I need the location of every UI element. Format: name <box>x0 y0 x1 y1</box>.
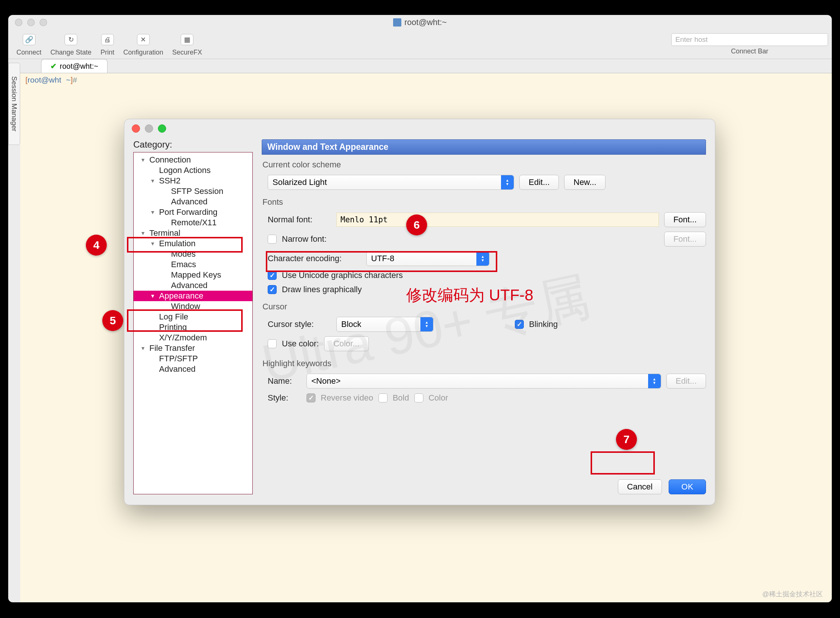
annotation-text: 修改编码为 UTF-8 <box>406 285 533 306</box>
securefx-button[interactable]: ▦ SecureFX <box>167 32 206 56</box>
ok-button[interactable]: OK <box>669 479 706 494</box>
new-scheme-button[interactable]: New... <box>564 175 606 190</box>
annotation-4: 4 <box>86 235 107 256</box>
tree-emacs[interactable]: Emacs <box>134 259 252 270</box>
normal-font-label: Normal font: <box>268 215 331 224</box>
cancel-button[interactable]: Cancel <box>618 479 662 494</box>
red-box-terminal <box>127 237 243 253</box>
blinking-label: Blinking <box>529 319 558 329</box>
zoom-icon[interactable] <box>158 125 166 133</box>
reverse-video-checkbox <box>307 394 316 403</box>
window-title-text: root@wht:~ <box>404 18 446 27</box>
unicode-graphics-checkbox[interactable] <box>268 271 277 280</box>
tree-logon-actions[interactable]: Logon Actions <box>134 165 252 175</box>
hl-name-label: Name: <box>268 376 301 386</box>
highlight-edit-button[interactable]: Edit... <box>667 374 706 389</box>
tree-xyzmodem[interactable]: X/Y/Zmodem <box>134 333 252 343</box>
footer-buttons: Cancel OK <box>618 479 706 494</box>
refresh-icon: ↻ <box>65 34 77 45</box>
chevron-icon <box>501 175 514 189</box>
tree-remote-x11[interactable]: Remote/X11 <box>134 217 252 228</box>
use-color-checkbox[interactable] <box>268 339 277 348</box>
tree-connection[interactable]: ▼Connection <box>134 154 252 165</box>
annotation-5: 5 <box>102 310 123 331</box>
cursor-style-select[interactable]: Block <box>336 317 433 332</box>
tree-appearance[interactable]: ▼Appearance <box>134 291 252 301</box>
tree-file-transfer[interactable]: ▼File Transfer <box>134 343 252 354</box>
section-color-scheme: Current color scheme <box>262 160 706 169</box>
tree-port-forwarding[interactable]: ▼Port Forwarding <box>134 207 252 217</box>
change-state-button[interactable]: ↻ Change State <box>46 32 96 56</box>
use-color-label: Use color: <box>282 339 319 349</box>
narrow-font-button: Font... <box>664 232 706 247</box>
settings-titlebar <box>124 119 715 138</box>
credit-text: @稀土掘金技术社区 <box>762 590 823 599</box>
chevron-icon <box>420 317 433 331</box>
minimize-icon[interactable] <box>145 125 153 133</box>
color-checkbox <box>415 394 423 403</box>
cursor-color-button: Color... <box>324 336 369 351</box>
print-button[interactable]: 🖨 Print <box>96 32 119 56</box>
tree-advanced-3[interactable]: Advanced <box>134 364 252 374</box>
edit-scheme-button[interactable]: Edit... <box>519 175 559 190</box>
pane-title: Window and Text Appearance <box>262 140 706 154</box>
settings-right-pane: Window and Text Appearance Current color… <box>253 140 706 494</box>
annotation-6: 6 <box>406 214 427 235</box>
highlight-name-select[interactable]: <None> <box>307 374 661 389</box>
draw-lines-label: Draw lines graphically <box>282 285 362 294</box>
cursor-style-label: Cursor style: <box>268 319 331 329</box>
tree-advanced-2[interactable]: Advanced <box>134 280 252 291</box>
tree-sftp-session[interactable]: SFTP Session <box>134 186 252 196</box>
link-icon: 🔗 <box>23 34 36 45</box>
red-box-ok <box>591 452 655 474</box>
securefx-icon: ▦ <box>181 34 193 45</box>
session-manager-tab[interactable]: Session Manager <box>8 63 20 145</box>
bold-checkbox <box>379 394 388 403</box>
color-scheme-select[interactable]: Solarized Light <box>268 175 514 190</box>
tree-mapped-keys[interactable]: Mapped Keys <box>134 270 252 280</box>
section-highlight: Highlight keywords <box>262 359 706 368</box>
annotation-7: 7 <box>616 429 637 450</box>
connect-button[interactable]: 🔗 Connect <box>12 32 46 56</box>
tab-row: ✔ root@wht:~ <box>20 59 832 73</box>
printer-icon: 🖨 <box>101 34 114 45</box>
close-icon[interactable] <box>132 125 140 133</box>
session-tab[interactable]: ✔ root@wht:~ <box>41 59 108 73</box>
chevron-icon <box>648 374 661 388</box>
configuration-button[interactable]: ✕ Configuration <box>119 32 167 56</box>
tools-icon: ✕ <box>137 34 150 45</box>
hl-style-label: Style: <box>268 393 301 403</box>
tree-ftp-sftp[interactable]: FTP/SFTP <box>134 354 252 364</box>
red-box-encoding <box>266 251 497 272</box>
category-label: Category: <box>133 140 253 150</box>
app-icon <box>393 18 401 27</box>
section-fonts: Fonts <box>262 197 706 207</box>
settings-traffic-lights[interactable] <box>132 125 166 133</box>
narrow-font-checkbox[interactable] <box>268 235 277 244</box>
red-box-appearance <box>127 309 243 332</box>
host-input[interactable]: Enter host <box>671 33 828 46</box>
check-icon: ✔ <box>50 62 57 71</box>
draw-lines-checkbox[interactable] <box>268 285 277 294</box>
connect-bar: Enter host Connect Bar <box>671 33 828 55</box>
tree-ssh2[interactable]: ▼SSH2 <box>134 175 252 186</box>
narrow-font-label: Narrow font: <box>282 234 327 244</box>
toolbar: 🔗 Connect ↻ Change State 🖨 Print ✕ Confi… <box>8 30 832 59</box>
tree-advanced-1[interactable]: Advanced <box>134 196 252 207</box>
normal-font-value: Menlo 11pt <box>336 212 659 227</box>
window-title: root@wht:~ <box>8 18 832 27</box>
main-window: root@wht:~ 🔗 Connect ↻ Change State 🖨 Pr… <box>8 15 832 602</box>
main-titlebar: root@wht:~ <box>8 15 832 30</box>
blinking-checkbox[interactable] <box>515 320 524 329</box>
normal-font-button[interactable]: Font... <box>664 212 706 227</box>
